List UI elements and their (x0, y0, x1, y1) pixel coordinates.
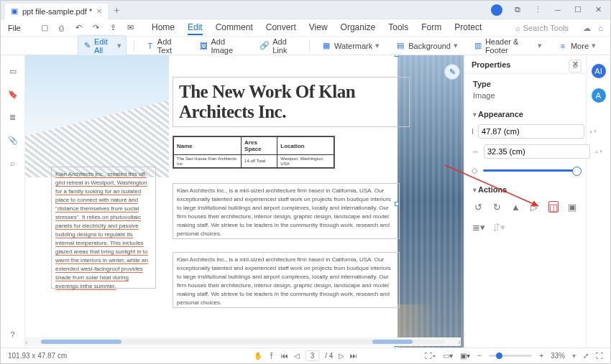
read-mode-icon[interactable]: ▣▾ (460, 352, 470, 360)
align-icon[interactable]: ≣▾ (473, 221, 484, 233)
home-icon[interactable]: ⌂ (598, 24, 603, 33)
opacity-icon: ◇ (472, 166, 477, 175)
height-spinner[interactable]: ▲▼ (594, 149, 602, 154)
tab-convert[interactable]: Convert (266, 22, 296, 35)
image-quick-action-icon[interactable]: ✎ (444, 64, 460, 80)
tab-edit[interactable]: Edit (188, 22, 203, 35)
add-image-button[interactable]: 🖼Add Image (195, 36, 248, 56)
hand-tool-icon[interactable]: ✋ (254, 352, 262, 360)
maximize-icon[interactable]: ☐ (573, 5, 583, 15)
assist-badge[interactable]: A (592, 88, 606, 103)
flip-v-icon[interactable]: ▷ (529, 201, 539, 213)
fullscreen-icon[interactable]: ⛶ (596, 352, 603, 360)
th-name: Name (174, 137, 242, 155)
new-tab-button[interactable]: + (114, 4, 119, 16)
header-footer-icon: ▥ (474, 41, 482, 51)
cursor-coords: 101.93 x 47.87 cm (8, 352, 67, 360)
help-icon[interactable]: ? (7, 329, 19, 340)
type-value: Image (464, 91, 586, 104)
tab-home[interactable]: Home (152, 22, 175, 35)
height-input[interactable] (484, 144, 590, 159)
cloud-icon[interactable]: ☁ (583, 24, 591, 33)
panel-settings-icon[interactable]: ≡ (569, 60, 582, 73)
bg-image-left (25, 55, 169, 177)
appearance-section[interactable]: Appearance (464, 104, 586, 121)
tab-protect[interactable]: Protect (454, 22, 482, 35)
redo-icon[interactable]: ↷ (91, 23, 101, 33)
watermark-button[interactable]: ▦Watermark▾ (317, 39, 384, 52)
link-icon: 🔗 (259, 41, 270, 51)
attachments-icon[interactable]: 📎 (7, 134, 19, 146)
tab-comment[interactable]: Comment (216, 22, 253, 35)
width-input[interactable] (478, 124, 584, 139)
height-icon: ↔ (472, 147, 479, 156)
add-link-button[interactable]: 🔗Add Link (255, 36, 302, 56)
headline-textbox[interactable]: The New Work Of Klan Architects Inc. (173, 77, 410, 127)
opacity-slider[interactable] (483, 169, 579, 172)
view-mode-icon[interactable]: ▭▾ (443, 352, 453, 360)
rotate-left-icon[interactable]: ↺ (473, 201, 483, 213)
select-tool-icon[interactable]: ⭱ (268, 352, 275, 360)
window-restore-icon[interactable]: ⧉ (513, 5, 523, 15)
image-icon: 🖼 (199, 41, 208, 51)
user-avatar[interactable] (491, 4, 502, 16)
left-toolbar: ▭ 🔖 ≣ 📎 ⌕ ? (1, 55, 25, 347)
edit-all-button[interactable]: ✎Edit All▾ (78, 35, 127, 57)
mail-icon[interactable]: ✉ (126, 23, 136, 33)
layers-icon[interactable]: ≣ (7, 111, 19, 123)
background-button[interactable]: ▤Background▾ (391, 39, 462, 52)
document-canvas: ✎ The New Work Of Klan Architects Inc. N… (25, 55, 464, 347)
save-icon[interactable]: ▢ (40, 23, 50, 33)
prev-page-icon[interactable]: ◁ (294, 352, 300, 360)
file-menu[interactable]: File (8, 24, 21, 32)
more-button[interactable]: ≡More▾ (553, 39, 600, 52)
search-tools-input[interactable]: Search Tools (515, 24, 569, 32)
text-column-1[interactable]: Klan Architects Inc., created this off-g… (51, 167, 156, 289)
flip-h-icon[interactable]: ▲ (510, 201, 520, 213)
first-page-icon[interactable]: ⏮ (281, 352, 288, 360)
td-location: Westport, Washington, USA (277, 155, 334, 168)
horizontal-scrollbar[interactable]: ‹ › (25, 337, 461, 346)
close-window-icon[interactable]: ✕ (593, 5, 603, 15)
height-field[interactable]: ↔ ▲▼ (472, 144, 579, 159)
thumbnails-icon[interactable]: ▭ (7, 65, 19, 77)
print-icon[interactable]: ⎙ (57, 23, 67, 33)
search-icon[interactable]: ⌕ (7, 157, 19, 169)
text-column-3[interactable]: Klan Architects Inc., is a mid-sized arc… (173, 252, 400, 308)
properties-panel: ≡ Properties ✕ Type Image Appearance I ▲… (464, 55, 586, 347)
width-field[interactable]: I ▲▼ (472, 124, 579, 139)
actions-section[interactable]: Actions (464, 179, 586, 197)
zoom-in-icon[interactable]: + (539, 352, 543, 360)
rotate-right-icon[interactable]: ↻ (492, 201, 502, 213)
add-text-button[interactable]: TAdd Text (142, 36, 188, 56)
minimize-icon[interactable]: ─ (553, 5, 563, 15)
document-tab[interactable]: ▣ ppt file-sample.pdf * ✕ (5, 4, 108, 19)
watermark-icon: ▦ (321, 41, 331, 51)
tab-form[interactable]: Form (421, 22, 441, 35)
undo-icon[interactable]: ↶ (74, 23, 84, 33)
overflow-icon[interactable]: ⋮ (533, 5, 543, 15)
width-spinner[interactable]: ▲▼ (589, 129, 596, 134)
fit-width-icon[interactable]: ⛶▾ (425, 352, 436, 360)
zoom-slider[interactable] (489, 355, 532, 357)
replace-image-icon[interactable]: ▣ (567, 201, 577, 213)
fit-page-icon[interactable]: ⤢ (583, 352, 589, 360)
tab-view[interactable]: View (309, 22, 328, 35)
info-table[interactable]: Name Ares Space Location The Sed House K… (173, 136, 335, 169)
close-tab-icon[interactable]: ✕ (96, 7, 102, 15)
td-name: The Sed House Klan Architects Inc (174, 155, 242, 168)
tab-tools[interactable]: Tools (388, 22, 408, 35)
text-column-2[interactable]: Klan Architects Inc., is a mid-sized arc… (173, 183, 400, 239)
more-icon: ≡ (558, 41, 568, 51)
tab-organize[interactable]: Organize (341, 22, 376, 35)
crop-icon[interactable]: ◫ (548, 201, 559, 213)
share-icon[interactable]: ⇪ (109, 23, 119, 33)
ai-badge[interactable]: AI (592, 64, 606, 78)
bookmarks-icon[interactable]: 🔖 (7, 88, 19, 100)
status-bar: 101.93 x 47.87 cm ✋ ⭱ ⏮ ◁ 3 / 4 ▷ ⏭ ⛶▾ ▭… (1, 347, 610, 363)
header-footer-button[interactable]: ▥Header & Footer▾ (469, 36, 546, 56)
next-page-icon[interactable]: ▷ (339, 352, 344, 360)
page-input[interactable]: 3 (306, 350, 320, 361)
last-page-icon[interactable]: ⏭ (350, 352, 357, 360)
zoom-out-icon[interactable]: − (477, 352, 482, 360)
